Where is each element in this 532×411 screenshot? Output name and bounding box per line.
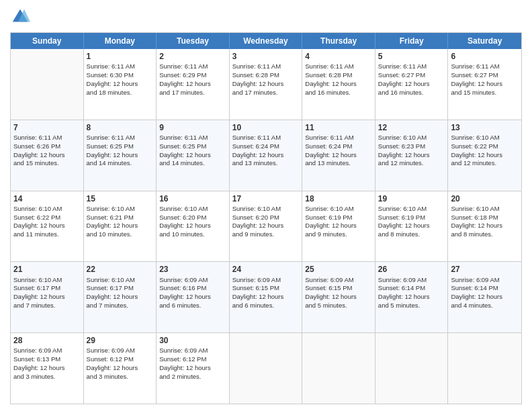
cal-row: 28Sunrise: 6:09 AMSunset: 6:13 PMDayligh… (11, 333, 521, 404)
day-number: 30 (159, 335, 226, 346)
cal-cell: 8Sunrise: 6:11 AMSunset: 6:25 PMDaylight… (84, 120, 157, 191)
calendar-header: SundayMondayTuesdayWednesdayThursdayFrid… (11, 33, 521, 49)
day-info-line: Daylight: 12 hours (451, 222, 519, 230)
day-info-line: and 3 minutes. (87, 373, 154, 381)
cal-cell: 10Sunrise: 6:11 AMSunset: 6:24 PMDayligh… (230, 120, 303, 191)
day-number: 10 (232, 122, 300, 133)
day-info-line: Sunrise: 6:10 AM (378, 205, 445, 214)
day-number: 20 (451, 193, 519, 204)
day-number: 16 (159, 193, 226, 204)
day-number: 5 (378, 51, 445, 62)
cal-row: 14Sunrise: 6:10 AMSunset: 6:22 PMDayligh… (11, 191, 521, 263)
day-info-line: Daylight: 12 hours (232, 80, 300, 89)
day-info-line: Sunset: 6:17 PM (13, 284, 81, 293)
day-info-line: Sunrise: 6:11 AM (232, 134, 300, 142)
day-info-line: and 13 minutes. (305, 159, 372, 168)
day-info-line: Sunset: 6:20 PM (159, 214, 226, 222)
day-info-line: Sunrise: 6:11 AM (305, 62, 372, 71)
day-info-line: Daylight: 12 hours (159, 364, 226, 373)
day-info-line: Daylight: 12 hours (87, 151, 154, 160)
day-info-line: and 14 minutes. (87, 159, 154, 168)
day-info-line: Sunset: 6:15 PM (232, 284, 300, 293)
day-number: 29 (87, 335, 154, 346)
day-number: 24 (232, 264, 300, 275)
cal-cell: 4Sunrise: 6:11 AMSunset: 6:28 PMDaylight… (302, 49, 375, 120)
day-number: 14 (13, 193, 81, 204)
day-info-line: Daylight: 12 hours (305, 293, 372, 302)
calendar-body: 1Sunrise: 6:11 AMSunset: 6:30 PMDaylight… (11, 49, 521, 404)
day-info-line: Sunset: 6:19 PM (305, 214, 372, 222)
day-info-line: and 16 minutes. (305, 89, 372, 97)
day-info-line: Daylight: 12 hours (232, 222, 300, 230)
day-info-line: Daylight: 12 hours (451, 151, 519, 160)
day-number: 4 (305, 51, 372, 62)
header-cell-thursday: Thursday (302, 33, 375, 49)
day-number: 23 (159, 264, 226, 275)
day-info-line: Sunrise: 6:10 AM (87, 205, 154, 214)
day-info-line: Sunrise: 6:10 AM (13, 276, 81, 285)
day-number: 11 (305, 122, 372, 133)
cal-cell: 15Sunrise: 6:10 AMSunset: 6:21 PMDayligh… (84, 191, 157, 262)
cal-cell: 23Sunrise: 6:09 AMSunset: 6:16 PMDayligh… (157, 262, 230, 332)
day-number: 25 (305, 264, 372, 275)
day-info-line: Sunrise: 6:11 AM (87, 62, 154, 71)
day-info-line: Sunrise: 6:11 AM (87, 134, 154, 142)
day-info-line: and 12 minutes. (378, 159, 445, 168)
day-info-line: and 8 minutes. (451, 230, 519, 239)
day-info-line: Daylight: 12 hours (232, 151, 300, 160)
cal-cell: 12Sunrise: 6:10 AMSunset: 6:23 PMDayligh… (375, 120, 449, 191)
cal-cell: 27Sunrise: 6:09 AMSunset: 6:14 PMDayligh… (448, 262, 521, 332)
day-info-line: Daylight: 12 hours (13, 293, 81, 302)
day-info-line: Daylight: 12 hours (232, 293, 300, 302)
day-info-line: Sunset: 6:24 PM (232, 142, 300, 151)
day-info-line: Sunrise: 6:11 AM (159, 62, 226, 71)
day-number: 17 (232, 193, 300, 204)
cal-cell: 29Sunrise: 6:09 AMSunset: 6:12 PMDayligh… (84, 333, 157, 404)
cal-cell (448, 333, 521, 404)
day-info-line: Sunset: 6:19 PM (378, 214, 445, 222)
cal-cell: 19Sunrise: 6:10 AMSunset: 6:19 PMDayligh… (375, 191, 449, 262)
day-info-line: Sunrise: 6:09 AM (159, 276, 226, 285)
day-info-line: Sunset: 6:29 PM (159, 71, 226, 80)
day-number: 28 (13, 335, 81, 346)
day-info-line: Sunrise: 6:10 AM (87, 276, 154, 285)
cal-cell: 14Sunrise: 6:10 AMSunset: 6:22 PMDayligh… (11, 191, 84, 262)
day-info-line: and 6 minutes. (159, 302, 226, 310)
day-info-line: Daylight: 12 hours (378, 151, 445, 160)
day-info-line: Sunrise: 6:09 AM (232, 276, 300, 285)
day-info-line: Sunrise: 6:09 AM (305, 276, 372, 285)
day-info-line: and 10 minutes. (87, 230, 154, 239)
cal-cell: 30Sunrise: 6:09 AMSunset: 6:12 PMDayligh… (157, 333, 230, 404)
cal-cell: 1Sunrise: 6:11 AMSunset: 6:30 PMDaylight… (84, 49, 157, 120)
cal-cell: 22Sunrise: 6:10 AMSunset: 6:17 PMDayligh… (84, 262, 157, 332)
day-info-line: Sunrise: 6:10 AM (451, 205, 519, 214)
day-info-line: Sunset: 6:27 PM (451, 71, 519, 80)
day-info-line: Sunrise: 6:11 AM (13, 134, 81, 142)
day-info-line: Daylight: 12 hours (159, 151, 226, 160)
day-info-line: Sunrise: 6:11 AM (378, 62, 445, 71)
day-info-line: Daylight: 12 hours (13, 151, 81, 160)
cal-cell: 7Sunrise: 6:11 AMSunset: 6:26 PMDaylight… (11, 120, 84, 191)
cal-cell (230, 333, 303, 404)
day-info-line: Sunset: 6:16 PM (159, 284, 226, 293)
day-info-line: Daylight: 12 hours (378, 293, 445, 302)
day-info-line: Sunset: 6:23 PM (378, 142, 445, 151)
day-info-line: Sunset: 6:15 PM (305, 284, 372, 293)
day-info-line: Sunrise: 6:10 AM (159, 205, 226, 214)
day-number: 9 (159, 122, 226, 133)
day-info-line: and 5 minutes. (378, 302, 445, 310)
day-info-line: and 15 minutes. (13, 159, 81, 168)
day-info-line: Sunrise: 6:11 AM (159, 134, 226, 142)
calendar: SundayMondayTuesdayWednesdayThursdayFrid… (10, 32, 522, 404)
day-info-line: Sunset: 6:22 PM (13, 214, 81, 222)
day-info-line: Sunset: 6:18 PM (451, 214, 519, 222)
header (10, 7, 522, 27)
day-info-line: Daylight: 12 hours (87, 364, 154, 373)
day-info-line: and 8 minutes. (378, 230, 445, 239)
day-info-line: Sunset: 6:25 PM (87, 142, 154, 151)
day-info-line: and 3 minutes. (13, 373, 81, 381)
day-info-line: and 12 minutes. (451, 159, 519, 168)
day-number: 22 (87, 264, 154, 275)
cal-cell: 11Sunrise: 6:11 AMSunset: 6:24 PMDayligh… (302, 120, 375, 191)
day-info-line: Sunrise: 6:09 AM (13, 347, 81, 355)
